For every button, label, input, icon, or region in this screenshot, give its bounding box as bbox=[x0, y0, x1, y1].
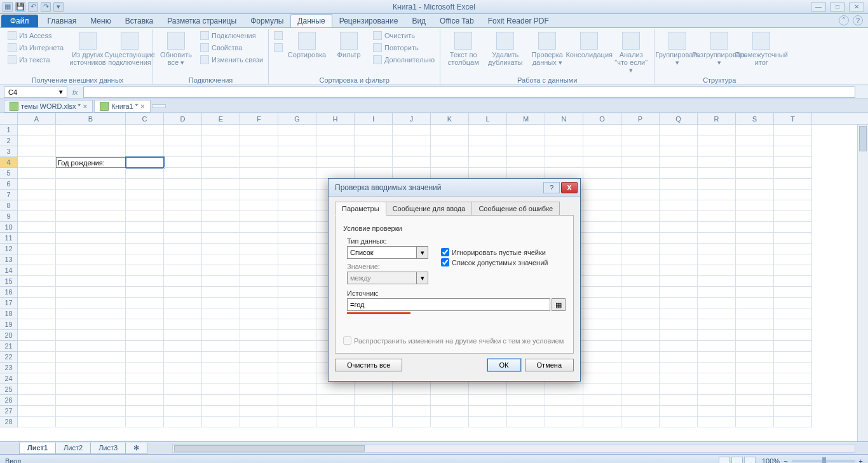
cell[interactable] bbox=[660, 417, 698, 427]
cell[interactable] bbox=[355, 168, 393, 179]
cell[interactable] bbox=[164, 406, 202, 417]
cell[interactable] bbox=[583, 287, 621, 298]
zoom-slider[interactable] bbox=[792, 460, 855, 462]
cell[interactable] bbox=[202, 135, 240, 146]
cell[interactable] bbox=[736, 244, 774, 254]
cell[interactable] bbox=[56, 179, 126, 190]
cell[interactable] bbox=[56, 211, 126, 222]
cell[interactable] bbox=[56, 168, 126, 179]
cell[interactable] bbox=[698, 363, 736, 373]
cell[interactable] bbox=[660, 179, 698, 190]
cell[interactable] bbox=[469, 406, 507, 417]
cell[interactable] bbox=[18, 146, 56, 157]
cell[interactable] bbox=[698, 352, 736, 363]
qat-more-icon[interactable]: ▾ bbox=[53, 2, 64, 12]
cell[interactable] bbox=[583, 125, 621, 135]
cell[interactable] bbox=[583, 384, 621, 395]
cell[interactable] bbox=[202, 287, 240, 298]
cell[interactable] bbox=[621, 233, 660, 244]
sort-desc-button[interactable] bbox=[273, 43, 284, 53]
cell[interactable] bbox=[240, 363, 278, 373]
column-header[interactable]: O bbox=[583, 113, 621, 124]
cell[interactable] bbox=[240, 417, 278, 427]
cell[interactable] bbox=[240, 308, 278, 319]
cell[interactable] bbox=[545, 417, 583, 427]
cell[interactable] bbox=[164, 395, 202, 406]
cell[interactable] bbox=[583, 157, 621, 168]
from-text-button[interactable]: Из текста bbox=[6, 55, 65, 65]
column-header[interactable]: T bbox=[774, 113, 812, 124]
cell[interactable] bbox=[316, 157, 355, 168]
sheet-tab[interactable]: Лист1 bbox=[19, 443, 56, 454]
cell[interactable] bbox=[621, 319, 660, 330]
cell[interactable] bbox=[18, 308, 56, 319]
cell[interactable] bbox=[240, 287, 278, 298]
cell[interactable] bbox=[278, 319, 316, 330]
cell[interactable] bbox=[56, 395, 126, 406]
cell[interactable] bbox=[126, 157, 164, 168]
cell[interactable] bbox=[355, 406, 393, 417]
cell[interactable] bbox=[621, 146, 660, 157]
cell[interactable] bbox=[278, 373, 316, 384]
cell[interactable] bbox=[18, 200, 56, 211]
cell[interactable] bbox=[202, 308, 240, 319]
cell[interactable] bbox=[736, 395, 774, 406]
cell[interactable] bbox=[545, 384, 583, 395]
properties-button[interactable]: Свойства bbox=[199, 43, 264, 53]
cell[interactable] bbox=[240, 341, 278, 352]
cell[interactable] bbox=[56, 125, 126, 135]
cell[interactable] bbox=[18, 319, 56, 330]
cell[interactable] bbox=[164, 298, 202, 308]
cell[interactable] bbox=[736, 146, 774, 157]
cell[interactable] bbox=[202, 395, 240, 406]
cell[interactable] bbox=[278, 168, 316, 179]
cell[interactable] bbox=[431, 146, 469, 157]
cell[interactable] bbox=[202, 276, 240, 287]
cell[interactable] bbox=[698, 211, 736, 222]
cell[interactable] bbox=[393, 406, 431, 417]
cell[interactable] bbox=[660, 352, 698, 363]
ribbon-tab-office tab[interactable]: Office Tab bbox=[433, 14, 481, 27]
cell[interactable] bbox=[736, 265, 774, 276]
cell[interactable] bbox=[583, 211, 621, 222]
cell[interactable] bbox=[507, 406, 545, 417]
cell[interactable] bbox=[202, 244, 240, 254]
cell[interactable] bbox=[774, 287, 812, 298]
cell[interactable] bbox=[393, 395, 431, 406]
cell[interactable] bbox=[240, 352, 278, 363]
cell[interactable] bbox=[18, 384, 56, 395]
cell[interactable] bbox=[18, 265, 56, 276]
cell[interactable] bbox=[621, 125, 660, 135]
cell[interactable] bbox=[56, 406, 126, 417]
cell[interactable] bbox=[698, 417, 736, 427]
cell[interactable] bbox=[240, 254, 278, 265]
page-break-view-button[interactable] bbox=[744, 457, 756, 464]
cell[interactable] bbox=[18, 190, 56, 200]
cell[interactable] bbox=[278, 190, 316, 200]
row-header[interactable]: 27 bbox=[0, 406, 18, 417]
cell[interactable] bbox=[278, 384, 316, 395]
cell[interactable] bbox=[240, 168, 278, 179]
cell[interactable] bbox=[202, 125, 240, 135]
cell[interactable] bbox=[126, 233, 164, 244]
cell[interactable] bbox=[278, 417, 316, 427]
cell[interactable] bbox=[469, 157, 507, 168]
sheet-tab[interactable]: Лист2 bbox=[55, 443, 91, 454]
cell[interactable] bbox=[736, 330, 774, 341]
cell[interactable] bbox=[278, 146, 316, 157]
cell[interactable] bbox=[164, 233, 202, 244]
cell[interactable] bbox=[774, 276, 812, 287]
type-input[interactable] bbox=[347, 246, 417, 259]
cell[interactable] bbox=[660, 265, 698, 276]
cell[interactable] bbox=[621, 254, 660, 265]
cell[interactable] bbox=[621, 363, 660, 373]
cell[interactable] bbox=[774, 222, 812, 233]
cell[interactable] bbox=[393, 157, 431, 168]
cell[interactable] bbox=[660, 363, 698, 373]
cell[interactable] bbox=[621, 276, 660, 287]
cell[interactable] bbox=[164, 352, 202, 363]
cell[interactable] bbox=[126, 244, 164, 254]
cell[interactable] bbox=[164, 200, 202, 211]
cell[interactable] bbox=[736, 363, 774, 373]
cell[interactable] bbox=[56, 244, 126, 254]
